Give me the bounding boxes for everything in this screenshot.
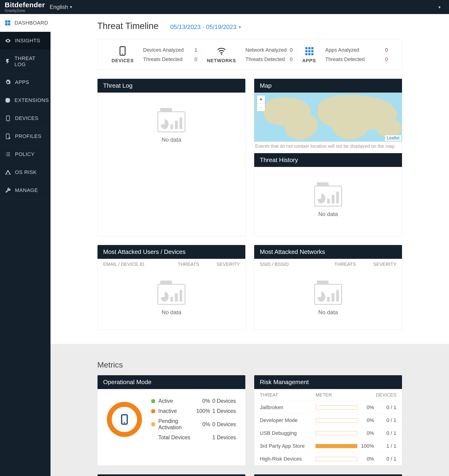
table-header: SSID / BSSID THREATS SEVERITY bbox=[254, 259, 402, 270]
svg-point-10 bbox=[221, 54, 222, 55]
summary-apps: APPS Apps Analyzed0 Threats Detected0 bbox=[297, 46, 393, 63]
date-range-picker[interactable]: 05/13/2023 - 05/19/2023 ▾ bbox=[170, 23, 241, 31]
chevron-down-icon: ▾ bbox=[70, 5, 72, 10]
table-row: 3rd Party App Store100%1 / 1 bbox=[254, 440, 402, 453]
summary-caption: APPS bbox=[302, 58, 316, 63]
table-row-total: Total Devices1 Devices bbox=[151, 432, 236, 442]
sidebar-label: MANAGE bbox=[15, 187, 38, 193]
row-label: Inactive bbox=[158, 408, 193, 414]
row-label: Total Devices bbox=[158, 434, 193, 441]
sidebar-item-dashboard[interactable]: DASHBOARD bbox=[0, 14, 51, 32]
donut-chart bbox=[107, 402, 142, 437]
sidebar-item-osrisk[interactable]: OS RISK bbox=[0, 164, 51, 181]
risk-name: 3rd Party App Store bbox=[260, 443, 315, 449]
sidebar-item-extensions[interactable]: EXTENSIONS bbox=[0, 91, 51, 109]
leaflet-attribution[interactable]: Leaflet bbox=[385, 135, 401, 141]
gear-icon bbox=[5, 79, 11, 85]
svg-rect-13 bbox=[311, 47, 313, 49]
zoom-in-button[interactable]: + bbox=[257, 95, 265, 103]
card-header: Threat History bbox=[254, 153, 402, 167]
risk-name: Jailbroken bbox=[260, 404, 315, 411]
card-map: Map + − Leaflet Events that do not conta… bbox=[254, 79, 402, 236]
date-range-text: 05/13/2023 - 05/19/2023 bbox=[170, 23, 236, 31]
stat-value: 0 bbox=[290, 47, 293, 53]
sidebar-label: DEVICES bbox=[15, 115, 38, 121]
summary-networks: NETWORKS Network Analyzed0 Threats Detec… bbox=[202, 46, 297, 63]
svg-rect-18 bbox=[308, 53, 310, 55]
risk-pct: 100% bbox=[357, 443, 374, 449]
nodata-text: No data bbox=[318, 309, 338, 316]
nodata-text: No data bbox=[162, 136, 181, 143]
stat-value: 0 bbox=[385, 56, 388, 62]
card-header: Operational Mode bbox=[97, 375, 245, 389]
stat-label: Devices Analyzed bbox=[143, 47, 184, 53]
risk-devices: 0 / 1 bbox=[374, 417, 396, 423]
wifi-icon bbox=[216, 46, 227, 56]
stat-label: Threats Detected bbox=[143, 56, 183, 62]
nodata-placeholder: No data bbox=[102, 97, 241, 157]
risk-pct: 0% bbox=[357, 456, 374, 462]
language-label: English bbox=[50, 4, 68, 10]
user-menu[interactable]: ▾ bbox=[435, 5, 444, 10]
nodata-placeholder: No data bbox=[259, 172, 397, 232]
table-row: Jailbroken0%0 / 1 bbox=[254, 401, 402, 414]
card-risk-management: Risk Management THREAT METER DEVICES Jai… bbox=[254, 375, 402, 466]
sidebar-item-manage[interactable]: MANAGE bbox=[0, 181, 51, 199]
card-header: Most Attacked Networks bbox=[254, 245, 402, 259]
risk-pct: 0% bbox=[357, 404, 374, 411]
risk-devices: 0 / 1 bbox=[374, 404, 396, 411]
card-threatlog: Threat Log No data bbox=[97, 79, 245, 236]
chevron-down-icon: ▾ bbox=[438, 5, 441, 10]
color-swatch bbox=[151, 399, 155, 403]
language-selector[interactable]: English ▾ bbox=[50, 4, 72, 10]
stat-label: Apps Analyzed bbox=[325, 47, 359, 53]
card-header: OS Version Distribution bbox=[254, 474, 402, 476]
risk-meter bbox=[315, 418, 357, 422]
folder-chart-icon bbox=[157, 111, 185, 132]
col-header: METER bbox=[315, 392, 357, 398]
sidebar-item-devices[interactable]: DEVICES bbox=[0, 109, 51, 127]
nodata-placeholder: No data bbox=[254, 270, 402, 330]
sidebar-item-policy[interactable]: POLICY bbox=[0, 145, 51, 164]
svg-point-7 bbox=[9, 137, 10, 139]
card-app-version-distribution: App Version Distribution bbox=[97, 474, 245, 476]
bolt-icon bbox=[5, 58, 11, 65]
folder-chart-icon bbox=[314, 284, 342, 305]
map-zoom: + − bbox=[257, 95, 265, 112]
sidebar-item-insights[interactable]: INSIGHTS bbox=[0, 32, 51, 50]
stat-value: 0 bbox=[385, 47, 388, 53]
map[interactable]: + − Leaflet bbox=[254, 93, 402, 142]
svg-rect-2 bbox=[5, 23, 7, 25]
card-operational-mode: Operational Mode Active0%0 DevicesInacti… bbox=[97, 375, 245, 466]
col-header: SSID / BSSID bbox=[260, 262, 328, 267]
row-devices: 0 Devices bbox=[210, 398, 236, 404]
phone-icon bbox=[117, 46, 128, 56]
svg-rect-1 bbox=[8, 20, 10, 23]
svg-rect-14 bbox=[305, 50, 307, 52]
svg-rect-15 bbox=[308, 50, 310, 52]
table-header: THREAT METER DEVICES bbox=[254, 389, 402, 401]
wrench-icon bbox=[5, 187, 11, 193]
col-header: THREATS bbox=[171, 262, 205, 267]
zoom-out-button[interactable]: − bbox=[257, 103, 265, 111]
sidebar-label: THREAT LOG bbox=[15, 55, 46, 68]
summary-caption: DEVICES bbox=[112, 58, 134, 63]
row-pct: 0% bbox=[193, 421, 210, 428]
risk-devices: 0 / 1 bbox=[374, 456, 396, 462]
brand: Bitdefender GravityZone bbox=[5, 1, 45, 13]
card-header: Risk Management bbox=[254, 375, 402, 389]
card-os-version-distribution: OS Version Distribution No data bbox=[254, 474, 402, 476]
svg-rect-0 bbox=[5, 20, 7, 23]
sidebar-item-profiles[interactable]: PROFILES bbox=[0, 127, 51, 145]
sidebar-item-threatlog[interactable]: THREAT LOG bbox=[0, 50, 51, 74]
table-row: Developer Mode0%0 / 1 bbox=[254, 414, 402, 427]
risk-name: High-Risk Devices bbox=[260, 456, 315, 462]
row-devices: 1 Devices bbox=[210, 408, 236, 414]
table-row: Pending Activation0%0 Devices bbox=[151, 416, 236, 432]
sidebar-item-apps[interactable]: APPS bbox=[0, 74, 51, 91]
list-icon bbox=[5, 151, 11, 158]
card-header: Map bbox=[254, 79, 402, 93]
svg-rect-16 bbox=[311, 50, 313, 52]
folder-chart-icon bbox=[157, 284, 185, 305]
svg-rect-17 bbox=[305, 53, 307, 55]
